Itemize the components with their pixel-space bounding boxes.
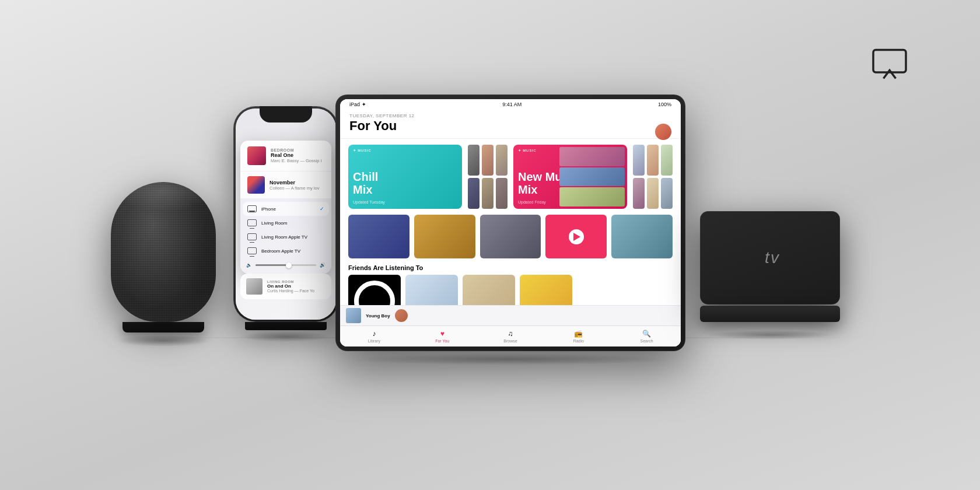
music-content: ✦ MUSIC Chill Mix Updated Tuesday <box>340 139 681 305</box>
ipad-battery: 100% <box>658 102 671 107</box>
apple-tv-text: tv <box>765 249 780 267</box>
play-circle[interactable] <box>569 229 584 244</box>
ipad-screen: iPad ✦ 9:41 AM 100% TUESDAY, SEPTEMBER 1… <box>340 99 681 346</box>
new-music-thumb-grid <box>633 145 673 209</box>
chill-service-label: ✦ MUSIC <box>353 148 372 152</box>
device-iphone-row[interactable]: iPhone ✓ <box>243 202 329 216</box>
user-avatar <box>655 124 671 140</box>
lr-info: LIVING ROOM On and On Curtis Harding — F… <box>267 280 314 293</box>
friend-art-2 <box>405 275 458 305</box>
tab-library[interactable]: ♪ Library <box>340 328 408 344</box>
nm-thumb-6 <box>661 178 673 209</box>
now-playing-bar: Young Boy <box>340 305 681 326</box>
now-playing-info: Young Boy <box>366 313 390 318</box>
newmusic-service-label: ✦ MUSIC <box>518 148 537 152</box>
device-lr-apple-tv-row[interactable]: Living Room Apple TV <box>243 230 329 244</box>
apple-tv-base <box>700 306 840 322</box>
friend-art-1 <box>348 275 401 305</box>
tab-search[interactable]: 🔍 Search <box>612 328 681 344</box>
device-iphone-label: iPhone <box>261 206 315 212</box>
iphone-track: November <box>270 180 324 186</box>
friends-section: Friends Are Listening To + (Deluxe) <box>348 264 673 305</box>
apple-tv: tv <box>688 211 852 340</box>
library-icon: ♪ <box>372 330 376 338</box>
friend-card-3[interactable]: Slow Hands NIALL HORAN SLOW HANDS <box>463 275 515 305</box>
iphone-artist: Colleen — A flame my lov <box>270 186 324 191</box>
friends-title: Friends Are Listening To <box>348 264 673 271</box>
thumb-1 <box>468 145 480 176</box>
tab-for-you[interactable]: ♥ For You <box>408 328 477 344</box>
play-triangle-icon <box>573 233 580 241</box>
bedroom-apple-tv-icon <box>247 247 257 254</box>
tab-bar: ♪ Library ♥ For You ♫ Browse 📻 <box>340 326 681 346</box>
tab-radio-label: Radio <box>573 339 584 343</box>
thumb-4 <box>468 178 480 209</box>
living-room-now-playing: LIVING ROOM On and On Curtis Harding — F… <box>240 274 331 299</box>
play-button-thumb[interactable] <box>545 215 607 258</box>
for-you-icon: ♥ <box>440 330 444 338</box>
nm-thumb-1 <box>633 145 645 176</box>
homepod-base <box>123 322 204 332</box>
device-bedroom-apple-tv-row[interactable]: Bedroom Apple TV <box>243 244 329 258</box>
volume-track[interactable] <box>256 264 316 266</box>
album-thumbs-row <box>348 215 673 258</box>
iphone-shadow <box>239 331 332 342</box>
friend-card-1[interactable]: + (Deluxe) <box>348 275 401 305</box>
ipad-body: iPad ✦ 9:41 AM 100% TUESDAY, SEPTEMBER 1… <box>335 94 685 351</box>
tab-library-label: Library <box>368 339 380 343</box>
nm-photo-3 <box>559 187 625 206</box>
music-app: TUESDAY, SEPTEMBER 12 For You ✦ MUSIC <box>340 110 681 346</box>
new-music-mix-card[interactable]: ✦ MUSIC New Music Mix Updated Friday <box>513 145 627 209</box>
ipad-device-label: iPad ✦ <box>349 102 366 107</box>
tab-radio[interactable]: 📻 Radio <box>544 328 612 344</box>
album-thumb-2[interactable] <box>414 215 475 258</box>
music-header: TUESDAY, SEPTEMBER 12 For You <box>340 110 681 139</box>
iphone-body: BEDROOM Real One Marc E. Bassy — Gossip … <box>233 106 338 322</box>
bedroom-album-art <box>247 146 266 165</box>
chill-thumb-grid <box>468 145 508 209</box>
airplay-bedroom-row: BEDROOM Real One Marc E. Bassy — Gossip … <box>240 141 331 171</box>
device-living-room-label: Living Room <box>261 220 324 226</box>
lr-apple-tv-icon <box>247 233 257 240</box>
homepod-body <box>111 182 216 322</box>
nm-photo-1 <box>559 147 625 166</box>
album-thumb-3[interactable] <box>480 215 541 258</box>
volume-control[interactable]: 🔈 🔊 <box>240 260 331 274</box>
friend-art-1-inner <box>354 281 395 305</box>
now-playing-art <box>346 308 361 323</box>
airplay-device-list: iPhone ✓ Living Room Living Room Apple T… <box>240 202 331 260</box>
airplay-panel: BEDROOM Real One Marc E. Bassy — Gossip … <box>240 141 331 274</box>
volume-fill <box>256 264 289 266</box>
device-living-room-row[interactable]: Living Room <box>243 216 329 230</box>
iphone-album-art <box>247 176 265 194</box>
iphone-np-info: November Colleen — A flame my lov <box>270 180 324 191</box>
ipad-shadow <box>350 354 671 365</box>
friends-row: + (Deluxe) All The Light Above It... Slo… <box>348 275 673 305</box>
volume-thumb[interactable] <box>286 262 292 268</box>
album-thumb-1[interactable] <box>348 215 410 258</box>
new-music-photos <box>557 145 627 209</box>
ipad-time: 9:41 AM <box>502 102 522 107</box>
friend-art-3 <box>463 275 515 305</box>
thumb-5 <box>482 178 494 209</box>
friend-card-2[interactable]: All The Light Above It... <box>405 275 458 305</box>
ipad: iPad ✦ 9:41 AM 100% TUESDAY, SEPTEMBER 1… <box>330 94 691 363</box>
chill-mix-card[interactable]: ✦ MUSIC Chill Mix Updated Tuesday <box>348 145 462 209</box>
lr-album-art <box>246 278 262 295</box>
iphone: BEDROOM Real One Marc E. Bassy — Gossip … <box>228 106 344 340</box>
homepod <box>99 182 228 340</box>
tab-browse[interactable]: ♫ Browse <box>477 328 545 344</box>
bedroom-artist: Marc E. Bassy — Gossip I <box>271 158 324 163</box>
friend-card-4[interactable]: Lucky Girl <box>520 275 572 305</box>
search-icon: 🔍 <box>642 330 651 338</box>
album-thumb-5[interactable] <box>611 215 673 258</box>
device-bedroom-apple-tv-label: Bedroom Apple TV <box>261 249 324 254</box>
browse-icon: ♫ <box>508 330 513 338</box>
airplay-np-info: BEDROOM Real One Marc E. Bassy — Gossip … <box>271 148 324 163</box>
nm-photo-2 <box>559 167 625 187</box>
radio-icon: 📻 <box>574 330 583 338</box>
chill-mix-title: Chill Mix <box>353 170 378 196</box>
iphone-device-icon <box>247 205 257 212</box>
music-for-you-title: For You <box>349 118 671 134</box>
now-playing-avatar <box>395 309 408 322</box>
